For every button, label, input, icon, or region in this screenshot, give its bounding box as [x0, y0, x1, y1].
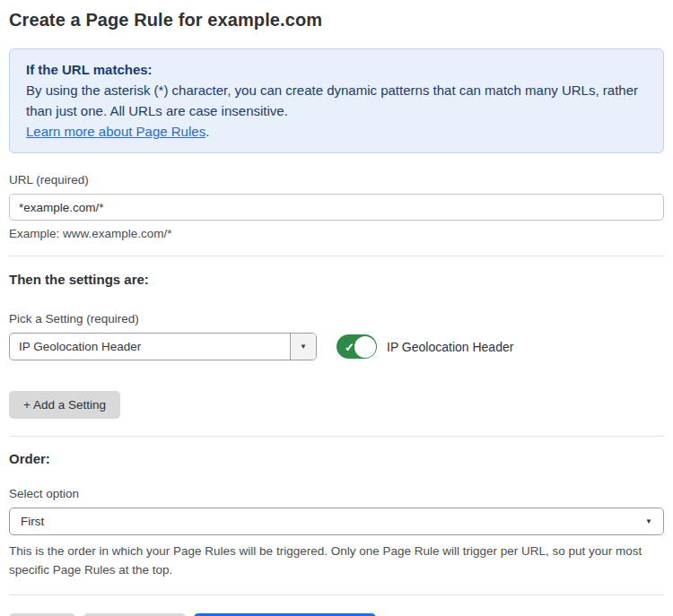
setting-select-value: IP Geolocation Header: [10, 334, 290, 360]
url-input[interactable]: [9, 194, 664, 221]
url-field-label: URL (required): [9, 173, 664, 187]
check-icon: ✓: [345, 341, 354, 352]
setting-select[interactable]: IP Geolocation Header ▼: [9, 333, 317, 360]
divider: [9, 256, 664, 256]
url-example-text: Example: www.example.com/*: [9, 227, 664, 240]
create-page-rule-form: Create a Page Rule for example.com If th…: [0, 0, 673, 616]
info-box-body: By using the asterisk (*) character, you…: [26, 80, 647, 121]
ip-geolocation-toggle[interactable]: ✓: [336, 334, 377, 359]
order-select[interactable]: First ▼: [9, 508, 664, 535]
page-title: Create a Page Rule for example.com: [9, 10, 664, 30]
toggle-label: IP Geolocation Header: [387, 340, 513, 354]
url-match-info-box: If the URL matches: By using the asteris…: [9, 48, 664, 153]
order-section-heading: Order:: [9, 451, 664, 466]
order-description: This is the order in which your Page Rul…: [9, 542, 664, 579]
setting-select-arrow-button[interactable]: ▼: [290, 334, 316, 360]
chevron-down-icon: ▼: [300, 343, 307, 351]
link-suffix: .: [205, 124, 209, 139]
order-select-value: First: [21, 515, 44, 528]
setting-picker-label: Pick a Setting (required): [9, 312, 664, 325]
divider: [9, 594, 664, 595]
order-select-label: Select option: [9, 487, 664, 500]
setting-row: IP Geolocation Header ▼ ✓ IP Geolocation…: [9, 333, 664, 360]
divider: [9, 436, 664, 437]
learn-more-link[interactable]: Learn more about Page Rules: [26, 124, 205, 139]
info-box-link-line: Learn more about Page Rules.: [26, 121, 647, 142]
info-box-heading: If the URL matches:: [26, 59, 647, 80]
add-setting-button[interactable]: + Add a Setting: [9, 391, 120, 419]
toggle-knob: [354, 336, 376, 358]
chevron-down-icon: ▼: [645, 517, 652, 525]
settings-section-heading: Then the settings are:: [9, 272, 664, 287]
